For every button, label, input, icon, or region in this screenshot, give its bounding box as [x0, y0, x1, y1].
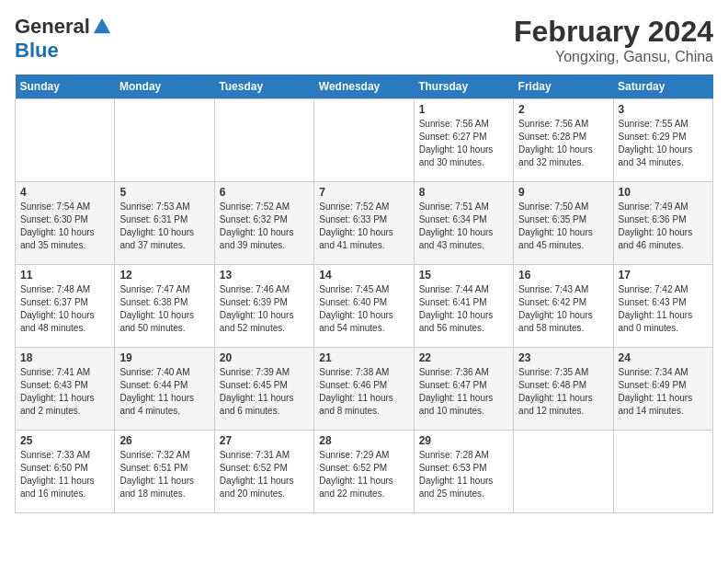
day-info: Sunrise: 7:31 AM Sunset: 6:52 PM Dayligh… — [220, 450, 294, 499]
calendar-cell: 28Sunrise: 7:29 AM Sunset: 6:52 PM Dayli… — [314, 431, 414, 513]
day-number: 22 — [419, 351, 508, 364]
calendar-cell: 24Sunrise: 7:34 AM Sunset: 6:49 PM Dayli… — [613, 348, 712, 431]
calendar-cell: 21Sunrise: 7:38 AM Sunset: 6:46 PM Dayli… — [314, 348, 414, 431]
calendar-cell — [214, 99, 313, 182]
calendar-cell: 29Sunrise: 7:28 AM Sunset: 6:53 PM Dayli… — [414, 431, 513, 513]
day-number: 21 — [319, 351, 408, 364]
calendar-cell: 20Sunrise: 7:39 AM Sunset: 6:45 PM Dayli… — [214, 348, 313, 431]
day-number: 24 — [619, 351, 708, 364]
day-info: Sunrise: 7:50 AM Sunset: 6:35 PM Dayligh… — [518, 201, 593, 250]
calendar-week-5: 25Sunrise: 7:33 AM Sunset: 6:50 PM Dayli… — [16, 431, 713, 513]
header-sunday: Sunday — [16, 75, 115, 99]
calendar-cell: 9Sunrise: 7:50 AM Sunset: 6:35 PM Daylig… — [514, 182, 613, 265]
day-info: Sunrise: 7:53 AM Sunset: 6:31 PM Dayligh… — [119, 201, 194, 250]
calendar-cell: 22Sunrise: 7:36 AM Sunset: 6:47 PM Dayli… — [414, 348, 513, 431]
day-info: Sunrise: 7:34 AM Sunset: 6:49 PM Dayligh… — [619, 367, 693, 416]
calendar-cell — [613, 431, 712, 513]
calendar-week-2: 4Sunrise: 7:54 AM Sunset: 6:30 PM Daylig… — [16, 182, 713, 265]
day-number: 10 — [619, 186, 708, 199]
day-number: 4 — [20, 186, 109, 199]
day-info: Sunrise: 7:39 AM Sunset: 6:45 PM Dayligh… — [220, 367, 294, 416]
day-info: Sunrise: 7:56 AM Sunset: 6:28 PM Dayligh… — [518, 119, 593, 167]
day-number: 7 — [319, 186, 408, 199]
day-info: Sunrise: 7:49 AM Sunset: 6:36 PM Dayligh… — [619, 201, 693, 250]
calendar-cell: 3Sunrise: 7:55 AM Sunset: 6:29 PM Daylig… — [613, 99, 712, 182]
logo-general-text: General — [15, 15, 90, 39]
calendar-cell: 5Sunrise: 7:53 AM Sunset: 6:31 PM Daylig… — [115, 182, 214, 265]
calendar-cell: 10Sunrise: 7:49 AM Sunset: 6:36 PM Dayli… — [613, 182, 712, 265]
day-info: Sunrise: 7:55 AM Sunset: 6:29 PM Dayligh… — [619, 119, 693, 167]
day-number: 8 — [419, 186, 508, 199]
day-info: Sunrise: 7:36 AM Sunset: 6:47 PM Dayligh… — [419, 367, 494, 416]
day-number: 1 — [419, 103, 508, 116]
logo: General Blue — [15, 15, 112, 63]
day-number: 18 — [20, 351, 109, 364]
logo-blue-text: Blue — [15, 39, 59, 63]
header-wednesday: Wednesday — [314, 75, 414, 99]
calendar-cell: 27Sunrise: 7:31 AM Sunset: 6:52 PM Dayli… — [214, 431, 313, 513]
day-number: 25 — [20, 434, 109, 447]
header-thursday: Thursday — [414, 75, 513, 99]
calendar-cell: 16Sunrise: 7:43 AM Sunset: 6:42 PM Dayli… — [514, 265, 613, 348]
day-number: 17 — [619, 269, 708, 282]
calendar-cell: 19Sunrise: 7:40 AM Sunset: 6:44 PM Dayli… — [115, 348, 214, 431]
day-info: Sunrise: 7:41 AM Sunset: 6:43 PM Dayligh… — [20, 367, 95, 416]
calendar-cell: 7Sunrise: 7:52 AM Sunset: 6:33 PM Daylig… — [314, 182, 414, 265]
calendar-week-3: 11Sunrise: 7:48 AM Sunset: 6:37 PM Dayli… — [16, 265, 713, 348]
calendar-cell: 8Sunrise: 7:51 AM Sunset: 6:34 PM Daylig… — [414, 182, 513, 265]
day-number: 15 — [419, 269, 508, 282]
calendar-cell: 2Sunrise: 7:56 AM Sunset: 6:28 PM Daylig… — [514, 99, 613, 182]
day-number: 14 — [319, 269, 408, 282]
calendar-header: SundayMondayTuesdayWednesdayThursdayFrid… — [16, 75, 713, 99]
day-number: 13 — [220, 269, 309, 282]
day-info: Sunrise: 7:52 AM Sunset: 6:33 PM Dayligh… — [319, 201, 393, 250]
calendar-cell — [16, 99, 115, 182]
header-friday: Friday — [514, 75, 613, 99]
calendar-cell: 14Sunrise: 7:45 AM Sunset: 6:40 PM Dayli… — [314, 265, 414, 348]
calendar-cell: 25Sunrise: 7:33 AM Sunset: 6:50 PM Dayli… — [16, 431, 115, 513]
title-block: February 2024 Yongxing, Gansu, China — [514, 15, 713, 65]
header-saturday: Saturday — [613, 75, 712, 99]
calendar-cell — [314, 99, 414, 182]
day-info: Sunrise: 7:44 AM Sunset: 6:41 PM Dayligh… — [419, 284, 494, 333]
day-info: Sunrise: 7:32 AM Sunset: 6:51 PM Dayligh… — [119, 450, 194, 499]
calendar-cell: 23Sunrise: 7:35 AM Sunset: 6:48 PM Dayli… — [514, 348, 613, 431]
day-info: Sunrise: 7:48 AM Sunset: 6:37 PM Dayligh… — [20, 284, 95, 333]
day-number: 3 — [619, 103, 708, 116]
day-number: 19 — [119, 351, 209, 364]
calendar-cell: 26Sunrise: 7:32 AM Sunset: 6:51 PM Dayli… — [115, 431, 214, 513]
calendar-cell — [115, 99, 214, 182]
calendar-cell: 13Sunrise: 7:46 AM Sunset: 6:39 PM Dayli… — [214, 265, 313, 348]
calendar-cell — [514, 431, 613, 513]
day-info: Sunrise: 7:35 AM Sunset: 6:48 PM Dayligh… — [518, 367, 593, 416]
day-number: 2 — [518, 103, 608, 116]
header-monday: Monday — [115, 75, 214, 99]
day-info: Sunrise: 7:54 AM Sunset: 6:30 PM Dayligh… — [20, 201, 95, 250]
day-number: 27 — [220, 434, 309, 447]
day-info: Sunrise: 7:46 AM Sunset: 6:39 PM Dayligh… — [220, 284, 294, 333]
day-number: 9 — [518, 186, 608, 199]
logo-icon — [92, 17, 112, 37]
day-info: Sunrise: 7:43 AM Sunset: 6:42 PM Dayligh… — [518, 284, 593, 333]
day-info: Sunrise: 7:29 AM Sunset: 6:52 PM Dayligh… — [319, 450, 393, 499]
day-info: Sunrise: 7:33 AM Sunset: 6:50 PM Dayligh… — [20, 450, 95, 499]
day-info: Sunrise: 7:42 AM Sunset: 6:43 PM Dayligh… — [619, 284, 693, 333]
day-number: 12 — [119, 269, 209, 282]
calendar-cell: 6Sunrise: 7:52 AM Sunset: 6:32 PM Daylig… — [214, 182, 313, 265]
day-info: Sunrise: 7:38 AM Sunset: 6:46 PM Dayligh… — [319, 367, 393, 416]
day-info: Sunrise: 7:45 AM Sunset: 6:40 PM Dayligh… — [319, 284, 393, 333]
calendar-cell: 12Sunrise: 7:47 AM Sunset: 6:38 PM Dayli… — [115, 265, 214, 348]
calendar-week-4: 18Sunrise: 7:41 AM Sunset: 6:43 PM Dayli… — [16, 348, 713, 431]
day-info: Sunrise: 7:28 AM Sunset: 6:53 PM Dayligh… — [419, 450, 494, 499]
calendar-cell: 1Sunrise: 7:56 AM Sunset: 6:27 PM Daylig… — [414, 99, 513, 182]
day-number: 20 — [220, 351, 309, 364]
main-title: February 2024 — [514, 15, 713, 49]
day-number: 26 — [119, 434, 209, 447]
calendar-cell: 4Sunrise: 7:54 AM Sunset: 6:30 PM Daylig… — [16, 182, 115, 265]
calendar-cell: 18Sunrise: 7:41 AM Sunset: 6:43 PM Dayli… — [16, 348, 115, 431]
calendar-table: SundayMondayTuesdayWednesdayThursdayFrid… — [15, 75, 713, 513]
day-number: 16 — [518, 269, 608, 282]
day-info: Sunrise: 7:47 AM Sunset: 6:38 PM Dayligh… — [119, 284, 194, 333]
calendar-cell: 17Sunrise: 7:42 AM Sunset: 6:43 PM Dayli… — [613, 265, 712, 348]
calendar-cell: 15Sunrise: 7:44 AM Sunset: 6:41 PM Dayli… — [414, 265, 513, 348]
